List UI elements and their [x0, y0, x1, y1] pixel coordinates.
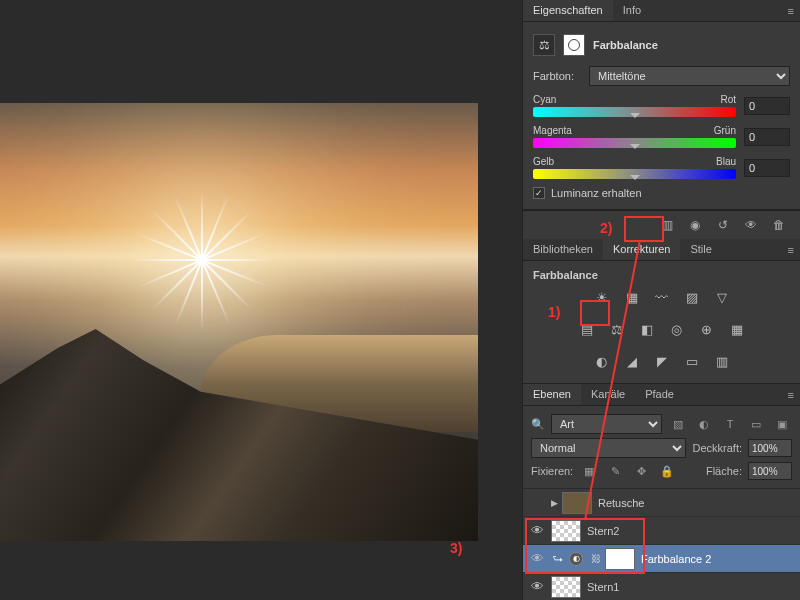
adj-invert-icon[interactable]: ◐ — [590, 351, 614, 371]
layer-list: ▶ Retusche 👁 Stern2 👁 ⮑ ◐ ⛓ Farbbalance … — [523, 489, 800, 600]
opacity-input[interactable] — [748, 439, 792, 457]
layer-name[interactable]: Stern1 — [587, 581, 619, 593]
filter-smart-icon[interactable]: ▣ — [772, 415, 792, 433]
slider-cyan-red[interactable] — [533, 107, 736, 117]
adjustments-menu-icon[interactable]: ≡ — [782, 240, 800, 260]
tab-kanale[interactable]: Kanäle — [581, 384, 635, 405]
adj-vibrance-icon[interactable]: ▽ — [710, 287, 734, 307]
lock-transparent-icon[interactable]: ▦ — [579, 462, 599, 480]
layer-filter-select[interactable]: Art — [551, 414, 662, 434]
tab-stile[interactable]: Stile — [680, 239, 721, 260]
reset-icon[interactable]: ↺ — [710, 215, 736, 235]
adj-hue-icon[interactable]: ▤ — [575, 319, 599, 339]
visibility-toggle[interactable]: 👁 — [523, 579, 551, 594]
filter-pixel-icon[interactable]: ▧ — [668, 415, 688, 433]
label-cyan: Cyan — [533, 94, 556, 105]
tab-pfade[interactable]: Pfade — [635, 384, 684, 405]
delete-adjustment-icon[interactable]: 🗑 — [766, 215, 792, 235]
adj-selectivecolor-icon[interactable]: ▥ — [710, 351, 734, 371]
adj-channelmixer-icon[interactable]: ⊕ — [695, 319, 719, 339]
layer-stern2[interactable]: 👁 Stern2 — [523, 517, 800, 545]
luminance-checkbox[interactable]: ✓ — [533, 187, 545, 199]
adj-levels-icon[interactable]: ▦ — [620, 287, 644, 307]
blend-mode-select[interactable]: Normal — [531, 438, 686, 458]
filter-adjust-icon[interactable]: ◐ — [694, 415, 714, 433]
adj-photofilter-icon[interactable]: ◎ — [665, 319, 689, 339]
layer-name[interactable]: Farbbalance 2 — [641, 553, 711, 565]
lock-position-icon[interactable]: ✥ — [631, 462, 651, 480]
adj-colorlookup-icon[interactable]: ▦ — [725, 319, 749, 339]
lock-paint-icon[interactable]: ✎ — [605, 462, 625, 480]
layer-name[interactable]: Retusche — [598, 497, 644, 509]
tab-bibliotheken[interactable]: Bibliotheken — [523, 239, 603, 260]
farbton-select[interactable]: Mitteltöne — [589, 66, 790, 86]
layer-stern1[interactable]: 👁 Stern1 — [523, 573, 800, 600]
lock-all-icon[interactable]: 🔒 — [657, 462, 677, 480]
layer-group-retusche[interactable]: ▶ Retusche — [523, 489, 800, 517]
tab-eigenschaften[interactable]: Eigenschaften — [523, 0, 613, 21]
link-icon[interactable]: ⛓ — [591, 553, 601, 564]
slider-yellow-blue[interactable] — [533, 169, 736, 179]
mask-icon[interactable] — [563, 34, 585, 56]
luminance-label: Luminanz erhalten — [551, 187, 642, 199]
tab-ebenen[interactable]: Ebenen — [523, 384, 581, 405]
adj-exposure-icon[interactable]: ▨ — [680, 287, 704, 307]
folder-icon — [562, 492, 592, 514]
clip-indicator-icon: ⮑ — [553, 553, 563, 564]
properties-panel: ⚖ Farbbalance Farbton: Mitteltöne CyanRo… — [523, 22, 800, 210]
slider-magenta-green[interactable] — [533, 138, 736, 148]
panel-menu-icon[interactable]: ≡ — [782, 1, 800, 21]
balance-icon: ⚖ — [533, 34, 555, 56]
adjustment-title: Farbbalance — [593, 39, 658, 51]
layer-farbbalance2[interactable]: 👁 ⮑ ◐ ⛓ Farbbalance 2 — [523, 545, 800, 573]
toggle-visibility-icon[interactable]: 👁 — [738, 215, 764, 235]
adjustments-title: Farbbalance — [533, 269, 790, 281]
adj-colorbalance-icon[interactable]: ⚖ — [605, 319, 629, 339]
adj-posterize-icon[interactable]: ◢ — [620, 351, 644, 371]
layers-menu-icon[interactable]: ≡ — [782, 385, 800, 405]
properties-footer: ▥ ◉ ↺ 👁 🗑 — [523, 210, 800, 239]
tab-korrekturen[interactable]: Korrekturen — [603, 239, 680, 260]
expand-icon[interactable]: ▶ — [551, 498, 558, 508]
layer-thumbnail — [551, 520, 581, 542]
visibility-toggle[interactable]: 👁 — [523, 523, 551, 538]
properties-tabs: Eigenschaften Info ≡ — [523, 0, 800, 22]
adj-curves-icon[interactable]: 〰 — [650, 287, 674, 307]
label-green: Grün — [714, 125, 736, 136]
adjustment-thumbnail: ◐ — [569, 552, 583, 566]
opacity-label: Deckkraft: — [692, 442, 742, 454]
label-magenta: Magenta — [533, 125, 572, 136]
lock-label: Fixieren: — [531, 465, 573, 477]
mask-thumbnail[interactable] — [605, 548, 635, 570]
farbton-label: Farbton: — [533, 70, 581, 82]
adj-threshold-icon[interactable]: ◤ — [650, 351, 674, 371]
label-yellow: Gelb — [533, 156, 554, 167]
label-blue: Blau — [716, 156, 736, 167]
adj-bw-icon[interactable]: ◧ — [635, 319, 659, 339]
adjustments-grid: ☀ ▦ 〰 ▨ ▽ ▤ ⚖ ◧ ◎ ⊕ ▦ ◐ ◢ ◤ ▭ ▥ — [533, 281, 790, 377]
layer-name[interactable]: Stern2 — [587, 525, 619, 537]
document-image — [0, 103, 478, 541]
tab-info[interactable]: Info — [613, 0, 651, 21]
visibility-toggle[interactable]: 👁 — [523, 551, 551, 566]
filter-shape-icon[interactable]: ▭ — [746, 415, 766, 433]
adj-gradientmap-icon[interactable]: ▭ — [680, 351, 704, 371]
view-previous-icon[interactable]: ◉ — [682, 215, 708, 235]
value-yellow-blue[interactable] — [744, 159, 790, 177]
value-magenta-green[interactable] — [744, 128, 790, 146]
fill-label: Fläche: — [706, 465, 742, 477]
value-cyan-red[interactable] — [744, 97, 790, 115]
clip-to-layer-icon[interactable]: ▥ — [654, 215, 680, 235]
label-rot: Rot — [720, 94, 736, 105]
adj-brightness-icon[interactable]: ☀ — [590, 287, 614, 307]
layer-thumbnail — [551, 576, 581, 598]
canvas-area[interactable] — [0, 0, 522, 600]
fill-input[interactable] — [748, 462, 792, 480]
filter-type-icon[interactable]: T — [720, 415, 740, 433]
